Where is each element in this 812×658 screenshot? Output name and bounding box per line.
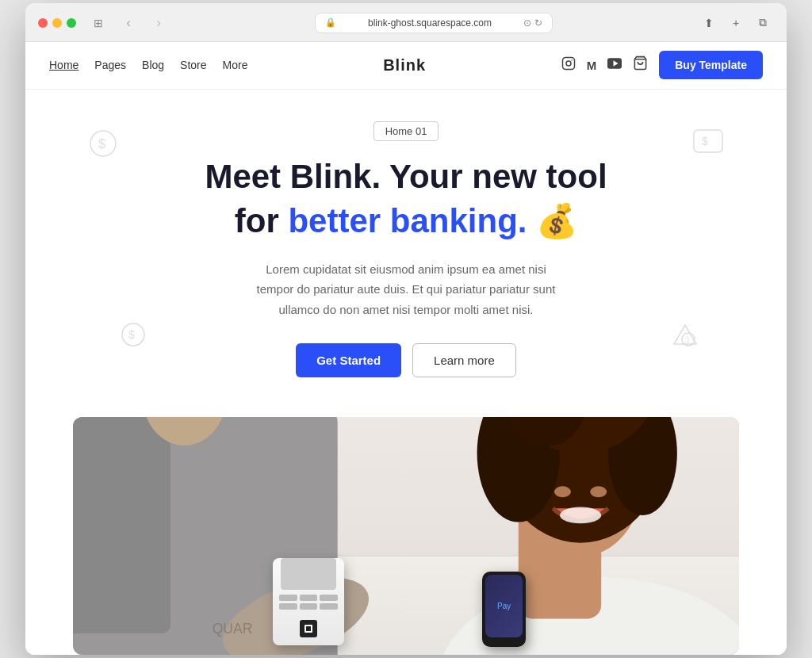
instagram-icon[interactable] [561, 56, 576, 74]
svg-rect-0 [562, 58, 574, 70]
svg-point-2 [571, 59, 573, 61]
medium-icon[interactable]: M [587, 59, 597, 72]
traffic-lights [38, 18, 76, 28]
forward-button[interactable]: › [147, 15, 170, 31]
svg-point-28 [590, 487, 607, 498]
website-content: Home Pages Blog Store More Blink M [25, 42, 787, 655]
share-button[interactable]: ⬆ [698, 15, 720, 31]
close-button[interactable] [38, 18, 48, 28]
nav-brand: Blink [247, 56, 561, 75]
banking-photo: QUAR [73, 417, 739, 655]
buy-template-button[interactable]: Buy Template [659, 51, 763, 79]
back-button[interactable]: ‹ [117, 15, 140, 31]
hero-title-for: for [235, 202, 289, 239]
maximize-button[interactable] [67, 18, 76, 28]
sidebar-toggle-button[interactable]: ⊞ [87, 15, 109, 31]
new-tab-button[interactable]: + [725, 15, 747, 31]
nav-pages[interactable]: Pages [94, 59, 126, 71]
svg-text:QUAR: QUAR [213, 621, 253, 637]
hero-description: Lorem cupidatat sit eiusmod anim ipsum e… [247, 259, 565, 320]
nav-home[interactable]: Home [49, 59, 79, 71]
cart-icon[interactable] [633, 55, 648, 75]
deco-icon-top-right: $ [693, 129, 723, 159]
svg-rect-10 [694, 130, 722, 152]
svg-point-1 [566, 61, 571, 66]
svg-text::): :) [684, 335, 689, 344]
navbar: Home Pages Blog Store More Blink M [25, 42, 787, 90]
hero-title-blue: better banking. [288, 202, 527, 239]
svg-text:$: $ [702, 135, 708, 147]
hero-section: $ $ $ :) [25, 90, 787, 417]
svg-text:$: $ [98, 137, 105, 151]
refresh-icon[interactable]: ↻ [534, 17, 542, 29]
tabs-button[interactable]: ⧉ [752, 15, 774, 31]
minimize-button[interactable] [52, 18, 62, 28]
deco-icon-bottom-right: :) [671, 322, 699, 354]
deco-icon-bottom-left: $ [121, 322, 146, 354]
browser-window: ⊞ ‹ › 🔒 blink-ghost.squarespace.com ⊙ ↻ … [25, 3, 787, 655]
address-bar-actions: ⊙ ↻ [523, 17, 542, 29]
get-started-button[interactable]: Get Started [296, 343, 401, 377]
url-text: blink-ghost.squarespace.com [341, 17, 519, 29]
svg-text:$: $ [128, 328, 135, 341]
lock-icon: 🔒 [325, 17, 336, 28]
nav-blog[interactable]: Blog [142, 59, 164, 71]
hero-title-emoji: 💰 [536, 202, 577, 239]
nav-links: Home Pages Blog Store More [49, 59, 247, 71]
browser-right-controls: ⬆ + ⧉ [698, 15, 774, 31]
hero-title-line1: Meet Blink. Your new tool [205, 157, 607, 197]
home-badge: Home 01 [373, 121, 439, 141]
reader-icon: ⊙ [523, 17, 531, 29]
deco-icon-top-left: $ [89, 129, 117, 164]
learn-more-button[interactable]: Learn more [412, 343, 516, 377]
svg-point-27 [554, 487, 571, 498]
nav-actions: M Buy Template [561, 51, 763, 79]
nav-more[interactable]: More [223, 59, 248, 71]
hero-image: QUAR [73, 417, 739, 655]
nav-store[interactable]: Store [180, 59, 206, 71]
hero-title-line2: for better banking. 💰 [235, 201, 577, 241]
address-bar[interactable]: 🔒 blink-ghost.squarespace.com ⊙ ↻ [315, 13, 553, 33]
address-bar-container: 🔒 blink-ghost.squarespace.com ⊙ ↻ [178, 13, 690, 33]
youtube-icon[interactable] [607, 58, 622, 72]
svg-rect-16 [73, 417, 170, 633]
svg-point-29 [560, 507, 601, 524]
browser-chrome: ⊞ ‹ › 🔒 blink-ghost.squarespace.com ⊙ ↻ … [25, 3, 787, 42]
brand-logo: Blink [383, 56, 426, 75]
hero-buttons: Get Started Learn more [296, 343, 516, 377]
